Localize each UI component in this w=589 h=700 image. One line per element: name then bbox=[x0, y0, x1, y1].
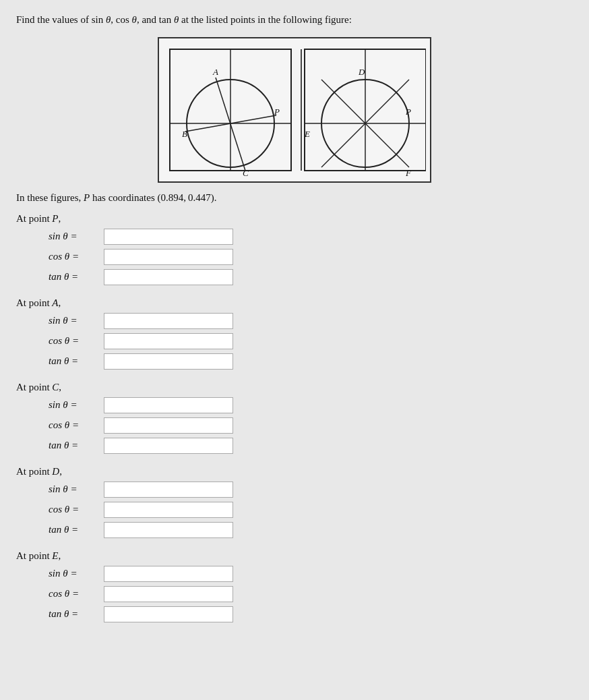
sin-A-input[interactable] bbox=[104, 313, 233, 329]
figure-area: A B C P D E P F bbox=[16, 37, 573, 183]
sin-D-label: sin θ = bbox=[49, 484, 104, 495]
tan-C-row: tan θ = bbox=[49, 438, 573, 454]
point-D-title: At point D, bbox=[16, 466, 573, 477]
tan-P-input[interactable] bbox=[104, 269, 233, 285]
tan-D-row: tan θ = bbox=[49, 522, 573, 538]
question-text: Find the values of sin θ, cos θ, and tan… bbox=[16, 12, 573, 28]
tan-A-row: tan θ = bbox=[49, 353, 573, 370]
point-P-title: At point P, bbox=[16, 213, 573, 225]
tan-E-input[interactable] bbox=[104, 606, 233, 622]
point-C-title: At point C, bbox=[16, 382, 573, 393]
tan-D-label: tan θ = bbox=[49, 524, 104, 535]
cos-E-row: cos θ = bbox=[49, 586, 573, 602]
tan-C-label: tan θ = bbox=[49, 440, 104, 451]
tan-A-label: tan θ = bbox=[49, 355, 104, 367]
cos-E-input[interactable] bbox=[104, 586, 233, 602]
sin-D-input[interactable] bbox=[104, 482, 233, 498]
cos-A-label: cos θ = bbox=[49, 335, 104, 347]
cos-A-row: cos θ = bbox=[49, 333, 573, 349]
tan-E-label: tan θ = bbox=[49, 608, 104, 620]
tan-D-input[interactable] bbox=[104, 522, 233, 538]
figure-diagram: A B C P D E P F bbox=[158, 37, 431, 183]
cos-C-input[interactable] bbox=[104, 417, 233, 434]
sin-P-label: sin θ = bbox=[49, 231, 104, 242]
cos-P-row: cos θ = bbox=[49, 249, 573, 265]
sin-P-input[interactable] bbox=[104, 229, 233, 245]
svg-text:P: P bbox=[405, 107, 411, 117]
cos-D-input[interactable] bbox=[104, 502, 233, 518]
sin-E-label: sin θ = bbox=[49, 568, 104, 579]
sin-C-input[interactable] bbox=[104, 397, 233, 413]
point-A-title: At point A, bbox=[16, 297, 573, 309]
cos-P-input[interactable] bbox=[104, 249, 233, 265]
tan-A-input[interactable] bbox=[104, 353, 233, 370]
cos-P-label: cos θ = bbox=[49, 251, 104, 262]
coordinates-text: In these figures, P has coordinates (0.8… bbox=[16, 192, 573, 204]
cos-C-label: cos θ = bbox=[49, 419, 104, 431]
sin-A-row: sin θ = bbox=[49, 313, 573, 329]
sin-C-label: sin θ = bbox=[49, 399, 104, 411]
tan-E-row: tan θ = bbox=[49, 606, 573, 622]
point-D-section: At point D, sin θ = cos θ = tan θ = bbox=[16, 466, 573, 538]
point-A-section: At point A, sin θ = cos θ = tan θ = bbox=[16, 297, 573, 370]
svg-text:D: D bbox=[358, 67, 365, 77]
svg-text:C: C bbox=[243, 168, 249, 177]
cos-A-input[interactable] bbox=[104, 333, 233, 349]
tan-P-label: tan θ = bbox=[49, 271, 104, 283]
sin-A-label: sin θ = bbox=[49, 315, 104, 326]
point-C-section: At point C, sin θ = cos θ = tan θ = bbox=[16, 382, 573, 454]
svg-text:B: B bbox=[182, 129, 187, 139]
sin-C-row: sin θ = bbox=[49, 397, 573, 413]
point-P-section: At point P, sin θ = cos θ = tan θ = bbox=[16, 213, 573, 285]
cos-E-label: cos θ = bbox=[49, 588, 104, 600]
svg-text:E: E bbox=[304, 129, 310, 139]
sin-E-input[interactable] bbox=[104, 566, 233, 582]
cos-D-label: cos θ = bbox=[49, 504, 104, 515]
point-E-title: At point E, bbox=[16, 550, 573, 562]
cos-D-row: cos θ = bbox=[49, 502, 573, 518]
tan-P-row: tan θ = bbox=[49, 269, 573, 285]
sin-E-row: sin θ = bbox=[49, 566, 573, 582]
svg-text:P: P bbox=[274, 107, 280, 117]
svg-text:A: A bbox=[212, 67, 218, 77]
sin-P-row: sin θ = bbox=[49, 229, 573, 245]
tan-C-input[interactable] bbox=[104, 438, 233, 454]
svg-text:F: F bbox=[405, 168, 412, 177]
point-E-section: At point E, sin θ = cos θ = tan θ = bbox=[16, 550, 573, 622]
sin-D-row: sin θ = bbox=[49, 482, 573, 498]
cos-C-row: cos θ = bbox=[49, 417, 573, 434]
